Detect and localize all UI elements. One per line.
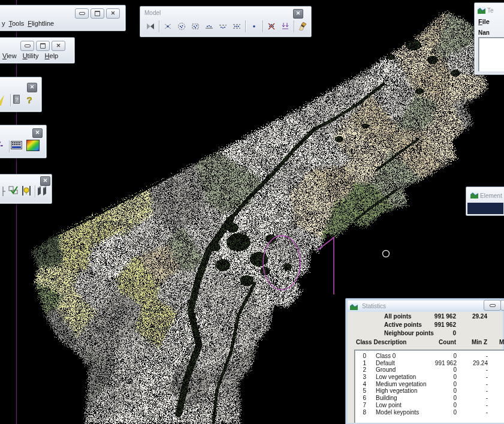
cell-class: 5 <box>355 387 366 394</box>
points-in-rectangle-button[interactable] <box>189 20 202 33</box>
color-coding-button[interactable] <box>26 140 40 152</box>
find-button[interactable] <box>36 185 49 198</box>
tin-surface-icon <box>146 22 155 31</box>
table-row[interactable]: 2 Ground 0 - <box>355 366 504 374</box>
table-row[interactable]: 0 Class 0 0 - <box>355 353 504 360</box>
table-row[interactable]: 6 Building 0 - <box>355 395 504 402</box>
cell-min-z: - <box>459 395 488 401</box>
cell-min-z: - <box>459 409 488 416</box>
partial-tool-icon[interactable] <box>0 94 7 107</box>
close-button[interactable]: ✕ <box>27 83 37 92</box>
cell-count: 0 <box>412 353 457 359</box>
cell-count: 0 <box>412 387 457 394</box>
profile-fragment-icon <box>0 140 4 152</box>
keyboard-settings-button[interactable] <box>11 140 23 151</box>
help-button[interactable]: ? <box>25 94 34 107</box>
cell-description: Default <box>376 360 395 366</box>
app-viewport[interactable]: ✕ y Tools Flightline ✕ View Utility Help… <box>0 0 504 424</box>
close-button[interactable]: ✕ <box>52 41 65 51</box>
table-row[interactable]: 5 High vegetation 0 - <box>355 387 504 395</box>
keyboard-icon <box>11 140 22 151</box>
maximize-button[interactable] <box>36 41 50 51</box>
help-book-button[interactable]: ? <box>12 94 23 107</box>
class-list[interactable]: 0 Class 0 0 - 1 Default 991 962 29.24 2 … <box>354 350 504 423</box>
menu-item-tools[interactable]: Tools <box>9 20 25 27</box>
minimize-button[interactable] <box>75 8 89 19</box>
maximize-icon <box>95 11 100 16</box>
drop-points-button[interactable] <box>279 20 292 33</box>
summary-count: 991 962 <box>412 313 456 320</box>
close-button[interactable]: ✕ <box>293 9 303 19</box>
color-gradient-icon <box>26 140 40 151</box>
table-row[interactable]: 7 Low point 0 - <box>355 402 504 409</box>
single-point-button[interactable] <box>248 20 261 33</box>
statistics-summary: All points 991 962 29.24 Active points 9… <box>348 313 503 338</box>
cell-count: 0 <box>412 381 457 387</box>
minimize-button[interactable] <box>20 41 34 51</box>
drop-points-icon <box>280 22 290 31</box>
minimize-button[interactable] <box>484 300 501 311</box>
menu-item-view[interactable]: View <box>2 52 17 59</box>
separator <box>10 94 11 106</box>
header-class-description: Class Description <box>356 339 406 345</box>
separator <box>9 140 10 152</box>
menubar: View Utility Help <box>2 52 58 59</box>
tool-fragment-icon <box>0 185 5 198</box>
window-title: Element <box>480 193 502 199</box>
help-book-icon: ? <box>12 94 22 106</box>
model-icon-row <box>144 20 309 33</box>
view-utility-window[interactable]: ✕ View Utility Help <box>0 37 75 64</box>
cell-class: 2 <box>355 366 366 373</box>
cell-min-z: - <box>459 366 488 373</box>
edit-toolbox[interactable]: ✕ <box>0 174 52 204</box>
validate-classes-button[interactable] <box>8 185 20 198</box>
menu-item-flightline[interactable]: Flightline <box>28 20 54 27</box>
summary-label: All points <box>384 313 412 320</box>
table-row[interactable]: 8 Model keypoints 0 - <box>355 409 504 416</box>
close-icon: ✕ <box>111 11 116 16</box>
summary-count: 0 <box>412 330 456 336</box>
cell-class: 8 <box>355 409 366 416</box>
main-toolbox-window[interactable]: ✕ y Tools Flightline <box>0 5 126 31</box>
tin-surface-button[interactable] <box>144 20 157 33</box>
points-in-rectangle-icon <box>191 22 200 31</box>
points-between-lines-button[interactable] <box>230 20 243 33</box>
highlight-fence-button[interactable] <box>20 185 32 198</box>
paintbrush-button[interactable] <box>296 20 309 33</box>
header-count: Count <box>412 339 456 345</box>
menu-item-file[interactable]: File <box>478 18 490 25</box>
points-below-line-button[interactable] <box>216 20 230 33</box>
file-list[interactable] <box>478 37 504 71</box>
summary-row: Active points 991 962 <box>348 321 503 330</box>
single-point-icon <box>249 22 259 31</box>
maximize-icon <box>40 43 46 49</box>
menubar: y Tools Flightline <box>2 20 54 27</box>
statistics-titlebar[interactable]: Statistics <box>348 300 503 312</box>
element-window[interactable]: Element <box>466 187 504 216</box>
maximize-button[interactable] <box>90 8 104 19</box>
table-row[interactable]: 3 Low vegetation 0 - <box>355 374 504 381</box>
cell-min-z: 29.24 <box>459 360 488 366</box>
partial-tool-icon[interactable] <box>0 140 4 152</box>
table-row[interactable]: 4 Medium vegetation 0 - <box>355 381 504 388</box>
menu-item-partial[interactable]: y <box>2 20 5 27</box>
help-toolbox[interactable]: ✕ ? ? <box>0 77 42 112</box>
points-in-circle-button[interactable] <box>175 20 188 33</box>
partial-tool-icon[interactable] <box>0 185 5 198</box>
delete-points-button[interactable] <box>265 20 278 33</box>
model-toolbar[interactable]: Model ✕ <box>140 6 312 37</box>
minimize-icon <box>79 12 85 15</box>
statistics-window[interactable]: Statistics All points 991 962 29.24 Acti… <box>345 298 504 424</box>
remove-point-button[interactable] <box>161 20 174 33</box>
summary-count: 991 962 <box>412 321 456 328</box>
close-button[interactable]: ✕ <box>106 8 120 19</box>
terrascan-window[interactable]: Te File Nan <box>474 2 504 75</box>
menu-item-help[interactable]: Help <box>45 52 59 59</box>
table-row[interactable]: 1 Default 991 962 29.24 <box>355 360 504 367</box>
partial-caption-button[interactable] <box>500 300 504 311</box>
separator <box>294 20 294 32</box>
close-button[interactable]: ✕ <box>32 128 43 138</box>
points-above-line-button[interactable] <box>203 20 216 33</box>
menu-item-utility[interactable]: Utility <box>23 52 39 59</box>
display-toolbox[interactable]: ✕ <box>0 125 47 158</box>
